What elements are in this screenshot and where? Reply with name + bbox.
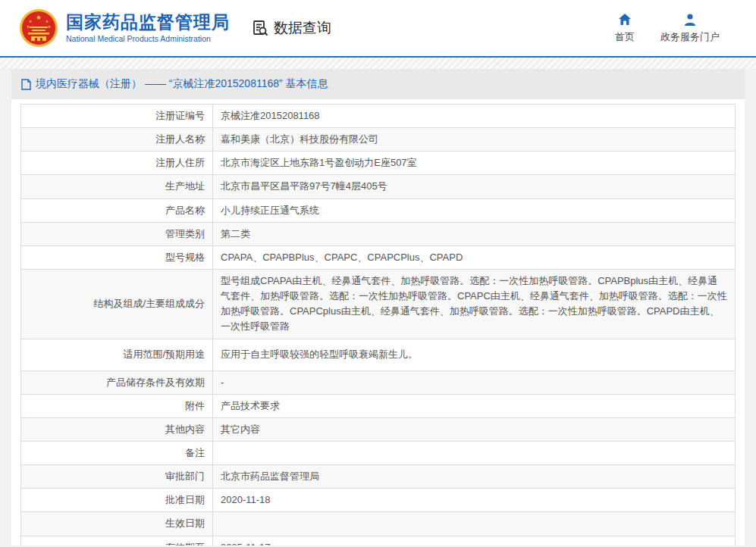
row-value: 北京市海淀区上地东路1号盈创动力E座507室 <box>213 152 736 175</box>
svg-text:★: ★ <box>45 19 49 23</box>
org-name-cn: 国家药品监督管理局 <box>66 13 230 32</box>
row-value: 产品技术要求 <box>213 394 736 417</box>
row-label: 型号规格 <box>21 245 213 269</box>
row-label-text: 型号规格 <box>165 252 205 263</box>
row-value: 第二类 <box>213 222 736 245</box>
row-label: 产品储存条件及有效期 <box>21 370 213 394</box>
table-row: 审批部门北京市药品监督管理局 <box>21 465 736 489</box>
row-label-text: 其他内容 <box>165 424 205 435</box>
row-value <box>213 512 736 536</box>
row-label: 附件 <box>21 394 213 417</box>
row-label: 其他内容 <box>21 417 213 441</box>
row-label-text: 生效日期 <box>165 517 205 529</box>
row-value: 2020-11-18 <box>213 489 736 512</box>
table-row: 注册人名称嘉和美康（北京）科技股份有限公司 <box>21 128 736 152</box>
row-value: 应用于自主呼吸较强的轻型呼吸衰竭新生儿。 <box>213 339 736 370</box>
table-row: 型号规格CPAPA、CPAPBPlus、CPAPC、CPAPCPlus、CPAP… <box>21 245 736 269</box>
row-label: 管理类别 <box>21 222 213 245</box>
row-label: 生产地址 <box>21 175 213 198</box>
row-label: 适用范围/预期用途 <box>21 339 213 370</box>
row-label-text: 附件 <box>185 400 205 411</box>
header-nav: 首页 政务服务门户 <box>615 12 756 44</box>
row-label-text: 结构及组成/主要组成成分 <box>93 298 205 309</box>
table-row: 生产地址北京市昌平区昌平路97号7幢4层405号 <box>21 175 736 198</box>
data-query-label: 数据查询 <box>274 18 331 38</box>
registration-info-table: 注册证编号京械注准20152081168注册人名称嘉和美康（北京）科技股份有限公… <box>20 104 736 545</box>
document-icon <box>21 79 31 90</box>
table-row: 生效日期 <box>21 512 736 536</box>
row-value: 小儿持续正压通气系统 <box>213 198 736 222</box>
table-row: 产品储存条件及有效期- <box>21 370 736 394</box>
org-name-en: National Medical Products Administration <box>66 34 230 43</box>
table-row: 产品名称小儿持续正压通气系统 <box>21 198 736 222</box>
row-label-text: 有效期至 <box>165 542 205 545</box>
row-label-text: 管理类别 <box>165 228 205 239</box>
table-row: 注册证编号京械注准20152081168 <box>21 105 736 128</box>
site-logo-link[interactable]: ★ ★ ★ ★ ★ 国家药品监督管理局 National Medical Pro… <box>19 8 230 48</box>
national-emblem-icon: ★ ★ ★ ★ ★ <box>19 8 58 48</box>
row-label-text: 注册证编号 <box>155 110 205 121</box>
home-icon <box>617 12 632 27</box>
row-label-text: 注册人名称 <box>155 133 205 145</box>
content-panel: 境内医疗器械（注册） —— “京械注准20152081168” 基本信息 注册证… <box>11 69 745 545</box>
decorative-hatch-band <box>0 58 756 69</box>
table-row: 其他内容其它内容 <box>21 417 736 441</box>
row-value: 北京市昌平区昌平路97号7幢4层405号 <box>213 175 736 198</box>
row-label: 审批部门 <box>21 465 213 489</box>
row-label-text: 审批部门 <box>165 470 205 482</box>
row-value: 其它内容 <box>213 417 736 441</box>
nav-item-home[interactable]: 首页 <box>615 12 635 44</box>
row-label: 备注 <box>21 441 213 464</box>
info-table-body: 注册证编号京械注准20152081168注册人名称嘉和美康（北京）科技股份有限公… <box>21 105 736 546</box>
row-label-text: 适用范围/预期用途 <box>123 349 205 360</box>
user-icon <box>682 12 698 27</box>
table-row: 注册人住所北京市海淀区上地东路1号盈创动力E座507室 <box>21 152 736 175</box>
svg-text:★: ★ <box>36 14 42 21</box>
row-value: - <box>213 370 736 394</box>
org-titles: 国家药品监督管理局 National Medical Products Admi… <box>66 13 230 43</box>
nav-item-label: 政务服务门户 <box>660 30 720 44</box>
row-value: 嘉和美康（北京）科技股份有限公司 <box>213 128 736 152</box>
row-label: 产品名称 <box>21 198 213 222</box>
table-row: 备注 <box>21 441 736 464</box>
svg-text:★: ★ <box>48 24 52 29</box>
row-label-text: 注册人住所 <box>155 157 205 168</box>
table-row: 结构及组成/主要组成成分型号组成CPAPA由主机、经鼻通气套件、加热呼吸管路。选… <box>21 269 736 339</box>
row-label: 批准日期 <box>21 489 213 512</box>
row-value: 2025-11-17 <box>213 536 736 545</box>
row-label-text: 产品名称 <box>165 205 205 216</box>
row-label-text: 生产地址 <box>165 180 205 192</box>
table-row: 适用范围/预期用途应用于自主呼吸较强的轻型呼吸衰竭新生儿。 <box>21 339 736 370</box>
nav-item-label: 首页 <box>615 30 635 44</box>
row-label-text: 产品储存条件及有效期 <box>106 377 205 388</box>
row-value: 京械注准20152081168 <box>213 105 736 128</box>
data-query-link[interactable]: 数据查询 <box>251 18 331 38</box>
row-label: 注册证编号 <box>21 105 213 128</box>
row-value: 型号组成CPAPA由主机、经鼻通气套件、加热呼吸管路。选配：一次性加热呼吸管路。… <box>213 269 736 339</box>
row-label-text: 批准日期 <box>165 494 205 505</box>
document-search-icon <box>251 19 269 37</box>
table-wrap: 注册证编号京械注准20152081168注册人名称嘉和美康（北京）科技股份有限公… <box>11 99 745 545</box>
page-title: 境内医疗器械（注册） —— “京械注准20152081168” 基本信息 <box>36 77 328 91</box>
row-label: 注册人住所 <box>21 152 213 175</box>
table-row: 批准日期2020-11-18 <box>21 489 736 512</box>
row-value <box>213 441 736 464</box>
table-row: 有效期至2025-11-17 <box>21 536 736 545</box>
row-label: 注册人名称 <box>21 128 213 152</box>
table-row: 附件产品技术要求 <box>21 394 736 417</box>
row-label: 有效期至 <box>21 536 213 545</box>
row-value: 北京市药品监督管理局 <box>213 465 736 489</box>
svg-text:★: ★ <box>29 19 33 23</box>
row-label-text: 备注 <box>185 447 205 458</box>
site-header: ★ ★ ★ ★ ★ 国家药品监督管理局 National Medical Pro… <box>0 0 756 58</box>
nav-item-gov-portal[interactable]: 政务服务门户 <box>660 12 720 44</box>
table-row: 管理类别第二类 <box>21 222 736 245</box>
row-value: CPAPA、CPAPBPlus、CPAPC、CPAPCPlus、CPAPD <box>213 245 736 269</box>
row-label: 生效日期 <box>21 512 213 536</box>
row-label: 结构及组成/主要组成成分 <box>21 269 213 339</box>
page-title-bar: 境内医疗器械（注册） —— “京械注准20152081168” 基本信息 <box>11 69 745 99</box>
